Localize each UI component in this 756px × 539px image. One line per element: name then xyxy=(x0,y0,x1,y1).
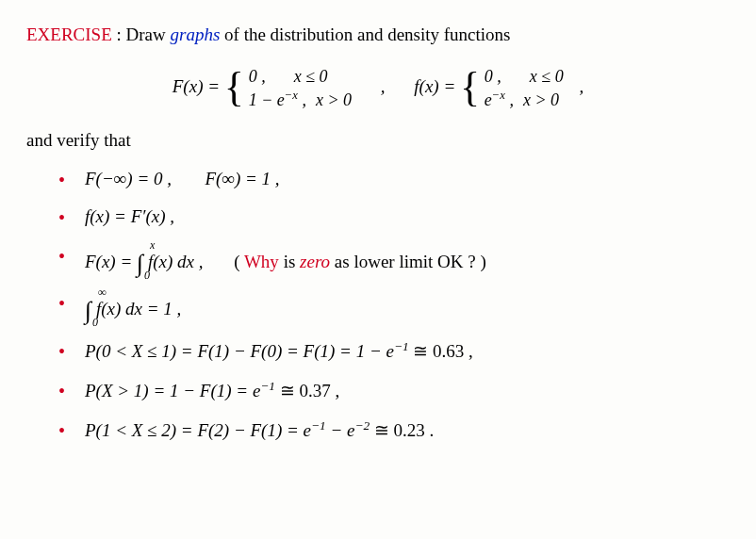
why-note: ( Why is zero as lower limit OK ? ) xyxy=(234,252,486,271)
f-case1-val: 0 , xyxy=(485,67,501,86)
f-case1-cond: x ≤ 0 xyxy=(530,67,564,86)
limit-pos-inf: F(∞) = 1 , xyxy=(205,169,279,188)
note-why: Why xyxy=(244,252,279,271)
limit-neg-inf: F(−∞) = 0 , xyxy=(85,169,172,188)
F-case2-cond: x > 0 xyxy=(316,90,352,109)
integral-body: f(x) dx = 1 , xyxy=(91,299,181,318)
F-case1-cond: x ≤ 0 xyxy=(294,67,328,86)
exercise-label: EXERCISE xyxy=(26,24,112,44)
f-cases: 0 ,x ≤ 0 e−x ,x > 0 xyxy=(485,65,564,112)
integral-0-x: ∫0x xyxy=(137,243,143,277)
bullet-item-5: P(0 < X ≤ 1) = F(1) − F(0) = F(1) = 1 − … xyxy=(58,338,730,365)
header-colon: : xyxy=(112,24,126,44)
F-integral-lhs: F(x) = xyxy=(85,252,137,271)
integral-0-inf: ∫0∞ xyxy=(85,290,91,324)
sep-comma1: , xyxy=(381,76,386,96)
note-open: ( xyxy=(234,252,244,271)
F-lhs: F(x) = xyxy=(173,76,224,96)
prob-gt-1: P(X > 1) = 1 − F(1) = e−1 ≅ 0.37 , xyxy=(85,381,339,400)
prob-1-2: P(1 < X ≤ 2) = F(2) − F(1) = e−1 − e−2 ≅… xyxy=(85,420,434,440)
bullet-item-6: P(X > 1) = 1 − F(1) = e−1 ≅ 0.37 , xyxy=(58,378,730,404)
F-case1-val: 0 , xyxy=(249,67,266,86)
brace-icon: { xyxy=(224,69,244,106)
note-mid: is xyxy=(279,252,300,271)
F-cases: 0 ,x ≤ 0 1 − e−x ,x > 0 xyxy=(249,65,352,112)
bullet-item-7: P(1 < X ≤ 2) = F(2) − F(1) = e−1 − e−2 ≅… xyxy=(58,417,730,444)
bullet-item-3: F(x) = ∫0x f(x) dx , ( Why is zero as lo… xyxy=(58,243,730,277)
note-zero: zero xyxy=(300,252,330,271)
f-case2-val: e−x , xyxy=(485,90,514,109)
header-suffix: of the distribution and density function… xyxy=(220,24,510,44)
bullet-item-2: f(x) = F′(x) , xyxy=(58,204,730,230)
F-case2-val: 1 − e−x , xyxy=(249,90,306,109)
bullet-item-4: ∫0∞ f(x) dx = 1 , xyxy=(58,290,730,324)
piecewise-definitions: F(x) = { 0 ,x ≤ 0 1 − e−x ,x > 0 , f(x) … xyxy=(26,65,730,112)
brace-icon: { xyxy=(460,69,480,106)
bullet-list: F(−∞) = 0 , F(∞) = 1 , f(x) = F′(x) , F(… xyxy=(26,167,730,444)
sep-comma2: , xyxy=(579,76,583,96)
f-case2-cond: x > 0 xyxy=(523,90,559,109)
header-keyword: graphs xyxy=(171,24,221,44)
F-integral-body: f(x) dx , xyxy=(143,252,203,271)
note-end: as lower limit OK ? ) xyxy=(330,252,486,271)
header-prefix: Draw xyxy=(126,24,171,44)
prob-0-1: P(0 < X ≤ 1) = F(1) − F(0) = F(1) = 1 − … xyxy=(85,341,473,361)
derivative-relation: f(x) = F′(x) , xyxy=(85,206,174,226)
bullet-item-1: F(−∞) = 0 , F(∞) = 1 , xyxy=(58,167,730,192)
verify-text: and verify that xyxy=(26,128,730,154)
f-lhs: f(x) = xyxy=(414,76,460,96)
exercise-header: EXERCISE : Draw graphs of the distributi… xyxy=(26,23,730,48)
